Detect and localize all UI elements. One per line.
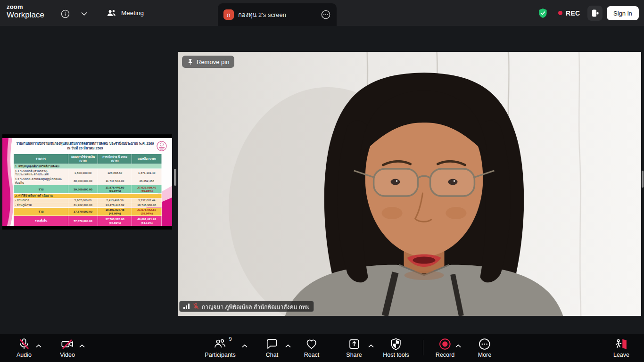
pinned-video-tile[interactable]: Remove pin กาญจนา ภูพิพัฒน์ผล สำนักพัฒนา…: [178, 52, 641, 316]
recording-indicator: REC: [558, 0, 580, 26]
slide-table-cell: 2. ค่าใช้จ่ายในการดำเนินงาน: [13, 193, 162, 198]
people-icon: [107, 9, 116, 17]
zoom-workplace-window: zoom Workplace Meeting ก กองทุน 2's scre…: [0, 0, 644, 362]
remove-pin-button[interactable]: Remove pin: [182, 56, 234, 68]
slide-table-header: รายการ: [13, 154, 68, 164]
more-label: More: [478, 352, 491, 358]
chat-label: Chat: [266, 352, 278, 358]
side-panel-icon: [591, 9, 599, 17]
share-label: Share: [346, 352, 362, 358]
slide-table-cell: - ส่วนภูมิภาค: [13, 203, 68, 207]
share-button[interactable]: Share: [346, 338, 362, 358]
slide-title-line1: รายงานผลการเบิกจ่ายเงินกองทุนส่งเสริมการ…: [16, 141, 155, 146]
security-shield-icon[interactable]: [537, 7, 549, 19]
slide-table-cell: รวม: [13, 207, 68, 216]
top-bar: zoom Workplace Meeting ก กองทุน 2's scre…: [0, 0, 644, 26]
slide-content: รายงานผลการเบิกจ่ายเงินกองทุนส่งเสริมการ…: [2, 138, 172, 226]
share-screen-icon: [348, 338, 360, 350]
slide-table-cell: รวมทั้งสิ้น: [13, 216, 68, 226]
record-options-chevron[interactable]: [454, 342, 462, 350]
react-button[interactable]: React: [304, 338, 320, 358]
record-button[interactable]: Record: [436, 338, 454, 358]
slide-table-cell: 15,891,937.48(41.96%): [98, 207, 132, 216]
tab-options-icon[interactable]: [321, 9, 331, 20]
zoom-workplace-logo: zoom Workplace: [7, 4, 44, 19]
participant-name-label: กาญจนา ภูพิพัฒน์ผล สำนักพัฒนาสังคม กทม: [179, 301, 314, 312]
chevron-down-icon[interactable]: [78, 8, 90, 20]
slide-table-cell: 5,907,800.00: [68, 198, 98, 203]
left-scrollbar-thumb[interactable]: [174, 169, 176, 186]
slide-table-cell: 11,876,440.60(30.07%): [98, 185, 132, 194]
slide-table-row: 1.2 ระบบกระจายกองทุนสู่ภูมิภาคและท้องถิ่…: [13, 177, 162, 185]
video-label: Video: [60, 352, 75, 358]
slide-table-cell: 3,232,082.44: [132, 198, 162, 203]
participants-button[interactable]: 9 Participants: [205, 338, 235, 358]
slide-table-cell: 49,601,621.92(64.11%): [132, 216, 162, 226]
slide-table-header: การเบิกจ่าย ปี 2569 (บาท): [98, 154, 132, 164]
slide-table-row: รวม37,870,000.0015,891,937.48(41.96%)21,…: [13, 207, 162, 216]
slide-table-cell: 26,252,458: [132, 177, 162, 185]
info-icon[interactable]: [59, 8, 71, 20]
slide-table-cell: 39,500,000.00: [68, 185, 98, 194]
heart-icon: [305, 338, 318, 350]
slide-table-row: 1.1 ระบบปกติ (ส่วนกลาง)ในประเทศและต่างปร…: [13, 169, 162, 177]
slide-table-cell: 31,962,200.00: [68, 203, 98, 207]
slide-table-cell: 21,978,062.52(58.04%): [132, 207, 162, 216]
tab-shared-screen[interactable]: ก กองทุน 2's screen: [218, 3, 337, 26]
slide-title-line2: ณ วันที่ 20 มีนาคม 2569: [16, 146, 155, 150]
slide-table-row: - ส่วนภูมิภาค31,962,200.0013,478,447.921…: [13, 203, 162, 207]
rec-dot-icon: [558, 11, 562, 15]
toolbar-divider: [423, 340, 423, 355]
chat-button[interactable]: Chat: [266, 338, 278, 358]
participants-options-chevron[interactable]: [240, 342, 249, 350]
chat-options-chevron[interactable]: [284, 342, 292, 350]
video-options-chevron[interactable]: [78, 342, 86, 350]
slide-table-cell: 27,623,559.40(69.93%): [132, 185, 162, 194]
view-layout-button[interactable]: [587, 6, 603, 21]
slide-table-cell: 1. สนับสนุนองค์การสวัสดิการสังคม: [13, 164, 162, 169]
slide-table-cell: 1.2 ระบบกระจายกองทุนสู่ภูมิภาคและท้องถิ่…: [13, 177, 68, 185]
share-options-chevron[interactable]: [367, 342, 375, 350]
slide-table-cell: 27,768,378.08(35.89%): [98, 216, 132, 226]
slide-table-header: แผนการใช้จ่ายเงิน (บาท): [68, 154, 98, 164]
slide-table: รายการแผนการใช้จ่ายเงิน (บาท)การเบิกจ่าย…: [13, 154, 162, 226]
slide-title: รายงานผลการเบิกจ่ายเงินกองทุนส่งเสริมการ…: [16, 141, 155, 150]
record-label: Record: [436, 352, 454, 358]
leave-button[interactable]: Leave: [613, 338, 629, 358]
slide-table-cell: 2,413,489.56: [98, 198, 132, 203]
slide-table-cell: 77,370,000.00: [68, 216, 98, 226]
leave-label: Leave: [613, 352, 629, 358]
more-button[interactable]: More: [478, 338, 491, 358]
host-tools-button[interactable]: Host tools: [383, 338, 409, 358]
slide-table-row: 1. สนับสนุนองค์การสวัสดิการสังคม: [13, 164, 162, 169]
slide-table-row: รวม39,500,000.0011,876,440.60(30.07%)27,…: [13, 185, 162, 194]
muted-mic-icon: [193, 303, 199, 310]
audio-button[interactable]: Audio: [17, 338, 32, 358]
participant-name-text: กาญจนา ภูพิพัฒน์ผล สำนักพัฒนาสังคม กทม: [202, 302, 310, 311]
slide-table-cell: 11,747,542.00: [98, 177, 132, 185]
slide-table-cell: 13,478,447.92: [98, 203, 132, 207]
right-scrollbar-thumb[interactable]: [642, 171, 644, 188]
react-label: React: [304, 352, 320, 358]
connection-quality-icon: [183, 304, 190, 309]
slide-table-cell: - ส่วนกลาง: [13, 198, 68, 203]
audio-label: Audio: [17, 352, 32, 358]
tab-meeting[interactable]: Meeting: [100, 0, 150, 26]
shared-screen-thumbnail[interactable]: รายงานผลการเบิกจ่ายเงินกองทุนส่งเสริมการ…: [2, 134, 172, 230]
slide-table-row: 2. ค่าใช้จ่ายในการดำเนินงาน: [13, 193, 162, 198]
more-ellipsis-icon: [479, 338, 491, 350]
audio-options-chevron[interactable]: [34, 342, 43, 350]
mic-muted-icon: [18, 338, 30, 350]
slide-table-cell: 38,000,000.00: [68, 177, 98, 185]
tab-avatar: ก: [223, 9, 234, 20]
slide-table-row: - ส่วนกลาง5,907,800.002,413,489.563,232,…: [13, 198, 162, 203]
host-tools-shield-icon: [390, 338, 402, 350]
record-icon: [439, 338, 451, 350]
slide-table-cell: 1.1 ระบบปกติ (ส่วนกลาง)ในประเทศและต่างปร…: [13, 169, 68, 177]
logo-workplace-text: Workplace: [7, 11, 44, 19]
slide-table-cell: รวม: [13, 185, 68, 194]
sign-in-button[interactable]: Sign in: [607, 6, 639, 20]
slide-table-cell: 37,870,000.00: [68, 207, 98, 216]
meeting-toolbar: Audio Video: [0, 334, 644, 362]
video-button[interactable]: Video: [60, 338, 75, 358]
